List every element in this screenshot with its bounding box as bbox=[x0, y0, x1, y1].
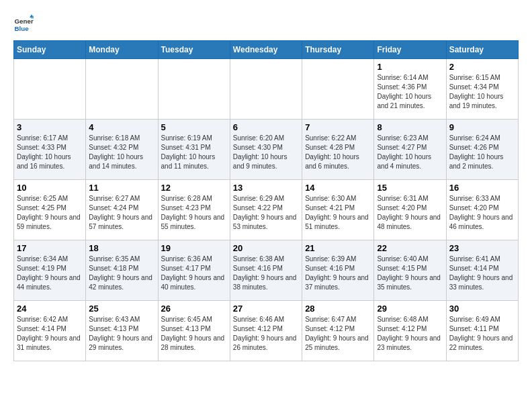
calendar-cell: 22Sunrise: 6:40 AM Sunset: 4:15 PM Dayli… bbox=[374, 240, 446, 301]
day-info: Sunrise: 6:40 AM Sunset: 4:15 PM Dayligh… bbox=[377, 255, 443, 292]
day-number: 6 bbox=[233, 122, 299, 132]
day-number: 26 bbox=[161, 304, 227, 314]
calendar-cell: 8Sunrise: 6:23 AM Sunset: 4:27 PM Daylig… bbox=[374, 120, 446, 180]
day-info: Sunrise: 6:39 AM Sunset: 4:16 PM Dayligh… bbox=[305, 255, 371, 292]
day-number: 27 bbox=[233, 304, 299, 314]
calendar-week-row: 24Sunrise: 6:42 AM Sunset: 4:14 PM Dayli… bbox=[14, 301, 519, 361]
weekday-header: Friday bbox=[374, 41, 446, 59]
calendar-cell: 21Sunrise: 6:39 AM Sunset: 4:16 PM Dayli… bbox=[302, 240, 374, 301]
day-number: 8 bbox=[377, 122, 443, 132]
calendar-cell bbox=[158, 59, 230, 120]
calendar-cell: 18Sunrise: 6:35 AM Sunset: 4:18 PM Dayli… bbox=[86, 240, 158, 301]
weekday-header: Thursday bbox=[302, 41, 374, 59]
day-number: 16 bbox=[449, 183, 515, 193]
day-info: Sunrise: 6:17 AM Sunset: 4:33 PM Dayligh… bbox=[17, 134, 83, 171]
calendar-cell: 2Sunrise: 6:15 AM Sunset: 4:34 PM Daylig… bbox=[446, 59, 518, 120]
day-info: Sunrise: 6:43 AM Sunset: 4:13 PM Dayligh… bbox=[89, 315, 154, 353]
calendar-cell: 26Sunrise: 6:45 AM Sunset: 4:13 PM Dayli… bbox=[158, 301, 230, 361]
day-number: 18 bbox=[89, 243, 154, 253]
day-number: 12 bbox=[161, 183, 227, 193]
calendar-header-row: SundayMondayTuesdayWednesdayThursdayFrid… bbox=[14, 41, 519, 59]
calendar-cell: 12Sunrise: 6:28 AM Sunset: 4:23 PM Dayli… bbox=[158, 180, 230, 240]
calendar-cell: 3Sunrise: 6:17 AM Sunset: 4:33 PM Daylig… bbox=[14, 120, 86, 180]
day-info: Sunrise: 6:27 AM Sunset: 4:24 PM Dayligh… bbox=[89, 194, 154, 232]
svg-text:Blue: Blue bbox=[15, 25, 30, 32]
weekday-header: Tuesday bbox=[158, 41, 230, 59]
day-info: Sunrise: 6:48 AM Sunset: 4:12 PM Dayligh… bbox=[377, 315, 443, 353]
weekday-header: Monday bbox=[86, 41, 158, 59]
weekday-header: Wednesday bbox=[230, 41, 302, 59]
day-number: 21 bbox=[305, 243, 371, 253]
day-info: Sunrise: 6:19 AM Sunset: 4:31 PM Dayligh… bbox=[161, 134, 227, 171]
day-number: 17 bbox=[17, 243, 83, 253]
calendar-cell: 14Sunrise: 6:30 AM Sunset: 4:21 PM Dayli… bbox=[302, 180, 374, 240]
day-info: Sunrise: 6:34 AM Sunset: 4:19 PM Dayligh… bbox=[17, 255, 83, 292]
day-info: Sunrise: 6:29 AM Sunset: 4:22 PM Dayligh… bbox=[233, 194, 299, 232]
day-info: Sunrise: 6:42 AM Sunset: 4:14 PM Dayligh… bbox=[17, 315, 83, 353]
day-info: Sunrise: 6:35 AM Sunset: 4:18 PM Dayligh… bbox=[89, 255, 154, 292]
day-number: 4 bbox=[89, 122, 154, 132]
day-number: 11 bbox=[89, 183, 154, 193]
calendar-cell: 1Sunrise: 6:14 AM Sunset: 4:36 PM Daylig… bbox=[374, 59, 446, 120]
weekday-header: Sunday bbox=[14, 41, 86, 59]
day-number: 9 bbox=[449, 122, 515, 132]
logo-icon: General Blue bbox=[13, 13, 34, 34]
calendar-cell: 6Sunrise: 6:20 AM Sunset: 4:30 PM Daylig… bbox=[230, 120, 302, 180]
day-info: Sunrise: 6:33 AM Sunset: 4:20 PM Dayligh… bbox=[449, 194, 515, 232]
day-number: 25 bbox=[89, 304, 154, 314]
calendar-cell: 9Sunrise: 6:24 AM Sunset: 4:26 PM Daylig… bbox=[446, 120, 518, 180]
calendar-cell: 5Sunrise: 6:19 AM Sunset: 4:31 PM Daylig… bbox=[158, 120, 230, 180]
day-number: 19 bbox=[161, 243, 227, 253]
day-info: Sunrise: 6:31 AM Sunset: 4:20 PM Dayligh… bbox=[377, 194, 443, 232]
day-number: 5 bbox=[161, 122, 227, 132]
day-number: 29 bbox=[377, 304, 443, 314]
day-info: Sunrise: 6:23 AM Sunset: 4:27 PM Dayligh… bbox=[377, 134, 443, 171]
calendar-cell: 16Sunrise: 6:33 AM Sunset: 4:20 PM Dayli… bbox=[446, 180, 518, 240]
calendar-cell bbox=[14, 59, 86, 120]
calendar-cell: 23Sunrise: 6:41 AM Sunset: 4:14 PM Dayli… bbox=[446, 240, 518, 301]
day-info: Sunrise: 6:20 AM Sunset: 4:30 PM Dayligh… bbox=[233, 134, 299, 171]
day-number: 20 bbox=[233, 243, 299, 253]
logo: General Blue bbox=[13, 13, 36, 34]
day-number: 24 bbox=[17, 304, 83, 314]
day-number: 10 bbox=[17, 183, 83, 193]
calendar-cell bbox=[230, 59, 302, 120]
day-info: Sunrise: 6:14 AM Sunset: 4:36 PM Dayligh… bbox=[377, 73, 443, 111]
day-number: 13 bbox=[233, 183, 299, 193]
day-number: 22 bbox=[377, 243, 443, 253]
calendar-cell: 30Sunrise: 6:49 AM Sunset: 4:11 PM Dayli… bbox=[446, 301, 518, 361]
day-info: Sunrise: 6:45 AM Sunset: 4:13 PM Dayligh… bbox=[161, 315, 227, 353]
day-number: 28 bbox=[305, 304, 371, 314]
calendar-cell: 7Sunrise: 6:22 AM Sunset: 4:28 PM Daylig… bbox=[302, 120, 374, 180]
day-info: Sunrise: 6:38 AM Sunset: 4:16 PM Dayligh… bbox=[233, 255, 299, 292]
day-info: Sunrise: 6:47 AM Sunset: 4:12 PM Dayligh… bbox=[305, 315, 371, 353]
day-info: Sunrise: 6:24 AM Sunset: 4:26 PM Dayligh… bbox=[449, 134, 515, 171]
calendar-cell: 10Sunrise: 6:25 AM Sunset: 4:25 PM Dayli… bbox=[14, 180, 86, 240]
day-info: Sunrise: 6:49 AM Sunset: 4:11 PM Dayligh… bbox=[449, 315, 515, 353]
calendar-cell: 15Sunrise: 6:31 AM Sunset: 4:20 PM Dayli… bbox=[374, 180, 446, 240]
calendar-week-row: 1Sunrise: 6:14 AM Sunset: 4:36 PM Daylig… bbox=[14, 59, 519, 120]
weekday-header: Saturday bbox=[446, 41, 518, 59]
calendar-table: SundayMondayTuesdayWednesdayThursdayFrid… bbox=[13, 40, 519, 361]
calendar-cell: 20Sunrise: 6:38 AM Sunset: 4:16 PM Dayli… bbox=[230, 240, 302, 301]
day-info: Sunrise: 6:28 AM Sunset: 4:23 PM Dayligh… bbox=[161, 194, 227, 232]
day-info: Sunrise: 6:15 AM Sunset: 4:34 PM Dayligh… bbox=[449, 73, 515, 111]
day-number: 2 bbox=[449, 62, 515, 72]
header-area: General Blue bbox=[13, 13, 519, 34]
calendar-cell bbox=[86, 59, 158, 120]
calendar-cell: 25Sunrise: 6:43 AM Sunset: 4:13 PM Dayli… bbox=[86, 301, 158, 361]
calendar-cell bbox=[302, 59, 374, 120]
calendar-cell: 13Sunrise: 6:29 AM Sunset: 4:22 PM Dayli… bbox=[230, 180, 302, 240]
calendar-cell: 24Sunrise: 6:42 AM Sunset: 4:14 PM Dayli… bbox=[14, 301, 86, 361]
day-number: 1 bbox=[377, 62, 443, 72]
day-info: Sunrise: 6:25 AM Sunset: 4:25 PM Dayligh… bbox=[17, 194, 83, 232]
svg-text:General: General bbox=[15, 17, 34, 25]
day-number: 23 bbox=[449, 243, 515, 253]
day-number: 15 bbox=[377, 183, 443, 193]
calendar-week-row: 17Sunrise: 6:34 AM Sunset: 4:19 PM Dayli… bbox=[14, 240, 519, 301]
day-number: 30 bbox=[449, 304, 515, 314]
day-number: 3 bbox=[17, 122, 83, 132]
calendar-cell: 11Sunrise: 6:27 AM Sunset: 4:24 PM Dayli… bbox=[86, 180, 158, 240]
calendar-week-row: 3Sunrise: 6:17 AM Sunset: 4:33 PM Daylig… bbox=[14, 120, 519, 180]
day-number: 14 bbox=[305, 183, 371, 193]
